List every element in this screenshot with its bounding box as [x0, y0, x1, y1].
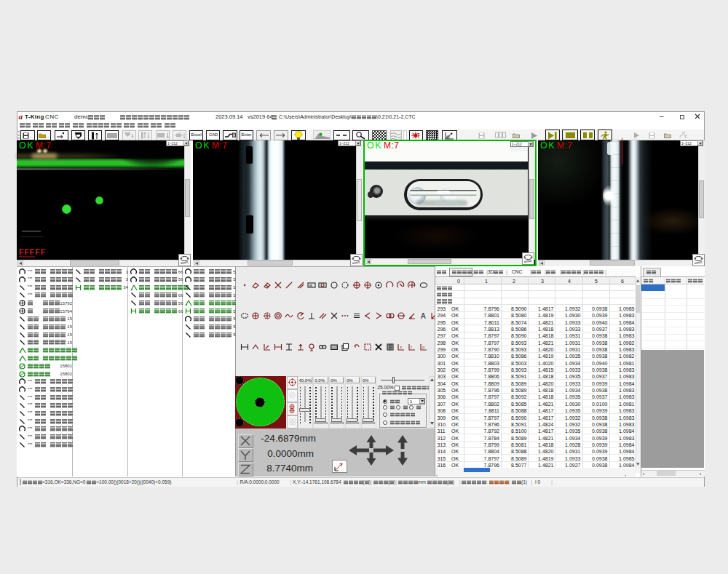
svg-text:x: x [400, 345, 402, 349]
